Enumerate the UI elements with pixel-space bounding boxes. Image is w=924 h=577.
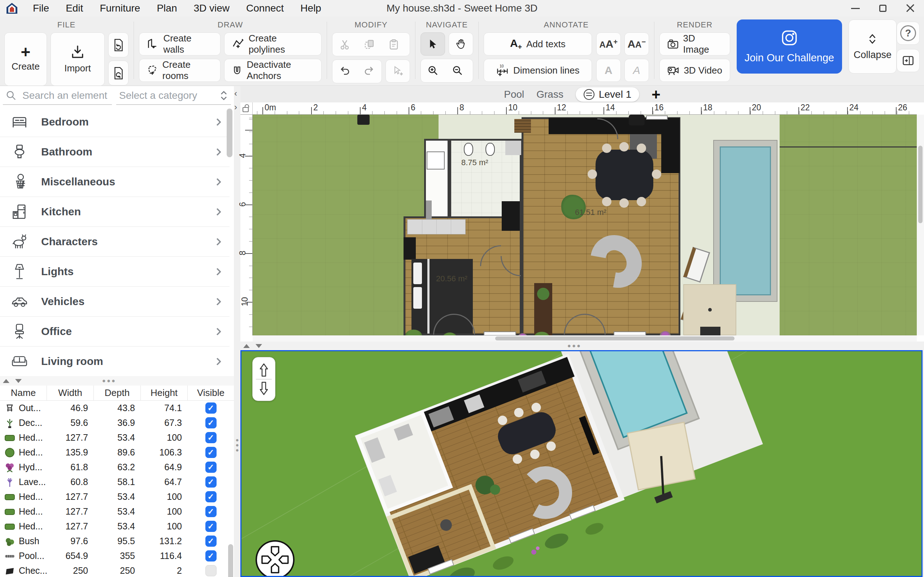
unlock-icon[interactable]: [241, 102, 252, 114]
add-point-button[interactable]: [386, 60, 410, 82]
copy-button[interactable]: [357, 33, 381, 56]
maximize-button[interactable]: [869, 0, 897, 16]
table-row[interactable]: Hed...135.989.6106.3✓: [0, 445, 234, 460]
visible-checkbox[interactable]: ✓: [205, 521, 216, 532]
col-depth[interactable]: Depth: [94, 385, 141, 401]
vertical-splitter[interactable]: ‹ › •••: [234, 86, 241, 577]
collapse-left-icon[interactable]: ‹: [234, 89, 237, 98]
sidebar-item-vehicles[interactable]: Vehicles: [0, 287, 229, 317]
visible-checkbox[interactable]: ✓: [205, 506, 216, 517]
dimension-lines-button[interactable]: 10 Dimension lines: [484, 59, 592, 82]
import-button[interactable]: Import: [50, 32, 105, 86]
plan-vertical-scrollbar[interactable]: [917, 115, 924, 335]
decrease-text-size-button[interactable]: AA−: [624, 32, 649, 56]
table-row[interactable]: Chec...2502502✓: [0, 563, 234, 577]
splitter-down-icon[interactable]: [255, 344, 262, 348]
search-field[interactable]: [3, 87, 112, 105]
splitter-down-icon[interactable]: [15, 379, 22, 383]
panel-splitter[interactable]: •••: [0, 376, 234, 385]
visible-checkbox[interactable]: ✓: [205, 565, 216, 576]
sidebar-item-office[interactable]: Office: [0, 317, 229, 347]
visible-checkbox[interactable]: ✓: [205, 417, 216, 429]
sidebar-item-living-room[interactable]: Living room: [0, 347, 229, 376]
table-row[interactable]: Dec...59.636.967.3✓: [0, 416, 234, 430]
table-row[interactable]: Hed...127.753.4100✓: [0, 489, 234, 504]
table-row[interactable]: Hed...127.753.4100✓: [0, 430, 234, 445]
table-row[interactable]: Out...46.943.874.1✓: [0, 401, 234, 416]
panel-layout-button[interactable]: [897, 49, 920, 72]
create-polylines-button[interactable]: Create polylines: [224, 32, 322, 56]
sidebar-item-lights[interactable]: Lights: [0, 257, 229, 287]
catalog-scrollbar[interactable]: [227, 108, 233, 376]
tab-grass[interactable]: Grass: [536, 89, 564, 100]
visible-checkbox[interactable]: ✓: [205, 476, 216, 488]
table-row[interactable]: Bush97.695.5131.2✓: [0, 534, 234, 548]
splitter-up-icon[interactable]: [3, 379, 10, 383]
table-row[interactable]: Hyd...61.863.264.9✓: [0, 460, 234, 475]
zoom-out-button[interactable]: [446, 59, 470, 82]
3d-view-canvas[interactable]: [241, 351, 921, 576]
select-tool-button[interactable]: [420, 32, 445, 56]
plan-horizontal-scrollbar[interactable]: [253, 335, 917, 342]
splitter-handle[interactable]: •••: [102, 379, 116, 383]
menu-plan[interactable]: Plan: [149, 3, 185, 14]
camera-elevation-control[interactable]: [252, 357, 275, 401]
sidebar-item-kitchen[interactable]: Kitchen: [0, 197, 229, 227]
sidebar-item-miscellaneous[interactable]: Miscellaneous: [0, 167, 229, 197]
bold-button[interactable]: A: [596, 59, 621, 82]
menu-edit[interactable]: Edit: [57, 3, 91, 14]
visible-checkbox[interactable]: ✓: [205, 403, 216, 414]
menu-file[interactable]: File: [24, 3, 57, 14]
3d-view[interactable]: [241, 350, 922, 577]
create-walls-button[interactable]: Create walls: [139, 32, 221, 56]
collapse-toolbar-button[interactable]: Collapse: [848, 19, 897, 74]
menu-connect[interactable]: Connect: [238, 3, 292, 14]
tab-pool[interactable]: Pool: [504, 89, 524, 100]
visible-checkbox[interactable]: ✓: [205, 462, 216, 473]
table-row[interactable]: Lave...60.858.164.7✓: [0, 475, 234, 489]
table-row[interactable]: Hed...127.753.4100✓: [0, 519, 234, 534]
visible-checkbox[interactable]: ✓: [205, 447, 216, 458]
pan-tool-button[interactable]: [449, 32, 473, 56]
import-home-button[interactable]: [108, 32, 129, 57]
minimize-button[interactable]: [842, 0, 869, 16]
help-button[interactable]: ?: [897, 22, 920, 45]
increase-text-size-button[interactable]: AA+: [596, 32, 621, 56]
menu-furniture[interactable]: Furniture: [91, 3, 149, 14]
create-home-button[interactable]: + Create: [4, 32, 47, 86]
col-height[interactable]: Height: [141, 385, 188, 401]
vertical-splitter-handle[interactable]: •••: [236, 438, 239, 453]
col-width[interactable]: Width: [47, 385, 94, 401]
undo-button[interactable]: [333, 60, 357, 83]
join-challenge-button[interactable]: Join Our Challenge: [737, 19, 842, 74]
add-level-button[interactable]: +: [651, 89, 661, 100]
tab-level-1[interactable]: Level 1: [576, 87, 639, 102]
collapse-right-icon[interactable]: ›: [234, 102, 237, 112]
col-visible[interactable]: Visible: [188, 385, 234, 401]
plan-3d-splitter[interactable]: •••: [241, 342, 924, 350]
zoom-in-button[interactable]: [421, 59, 446, 82]
3d-video-button[interactable]: 3D Video: [659, 59, 730, 82]
splitter-handle[interactable]: •••: [567, 344, 582, 348]
redo-button[interactable]: [357, 60, 381, 83]
search-input[interactable]: [22, 89, 108, 102]
visible-checkbox[interactable]: ✓: [205, 550, 216, 561]
table-row[interactable]: Hed...127.753.4100✓: [0, 504, 234, 519]
italic-button[interactable]: A: [624, 59, 649, 82]
add-texts-button[interactable]: A+ Add texts: [484, 32, 592, 56]
table-row[interactable]: Pool...654.9355116.4✓: [0, 548, 234, 563]
splitter-up-icon[interactable]: [243, 344, 250, 348]
floor-plan-canvas[interactable]: 8.75 m² 61.51 m² 20.56 m²: [253, 115, 917, 335]
category-select[interactable]: Select a category: [116, 87, 231, 105]
elevation-up-icon[interactable]: [257, 362, 271, 377]
export-home-button[interactable]: [108, 61, 129, 85]
camera-dpad-control[interactable]: [255, 540, 295, 577]
menu-3d-view[interactable]: 3D view: [185, 3, 238, 14]
paste-button[interactable]: [381, 33, 406, 56]
visible-checkbox[interactable]: ✓: [205, 491, 216, 502]
sidebar-item-characters[interactable]: Characters: [0, 227, 229, 257]
col-name[interactable]: Name: [0, 385, 47, 401]
furniture-list-scrollbar[interactable]: [228, 544, 233, 577]
elevation-down-icon[interactable]: [257, 381, 271, 397]
deactivate-anchors-button[interactable]: Deactivate Anchors: [224, 59, 322, 82]
